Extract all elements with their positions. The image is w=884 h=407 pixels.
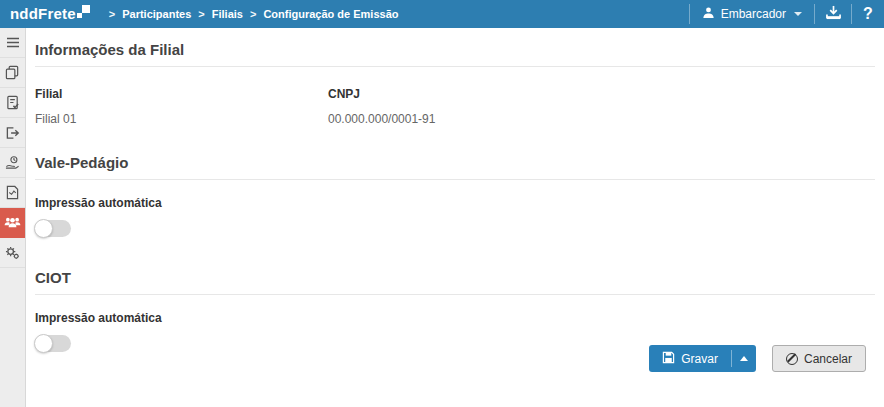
filial-fields: Filial Filial 01 CNPJ 00.000.000/0001-91	[35, 87, 875, 126]
field-value: Filial 01	[35, 112, 328, 126]
breadcrumb-item-configuracao-de-emissao[interactable]: Configuração de Emissão	[263, 8, 398, 20]
toggle-label: Impressão automática	[35, 196, 875, 210]
clipboard-check-icon	[6, 95, 20, 110]
field-label: CNPJ	[328, 87, 621, 101]
toggle-label: Impressão automática	[35, 311, 875, 325]
cancel-button[interactable]: Cancelar	[772, 345, 866, 372]
section-title: CIOT	[35, 269, 875, 295]
copy-icon	[5, 65, 20, 80]
ciot-impressao-automatica-toggle[interactable]	[35, 335, 71, 352]
help-button[interactable]: ?	[852, 0, 884, 28]
form-actions: Gravar Cancelar	[649, 345, 866, 372]
breadcrumb-item-participantes[interactable]: Participantes	[122, 8, 191, 20]
logo-text: nddFrete	[10, 4, 76, 24]
save-options-caret-button[interactable]	[732, 345, 756, 372]
section-title: Informações da Filial	[35, 41, 875, 67]
breadcrumb-separator-icon: >	[198, 8, 204, 20]
sidebar-item-exit[interactable]	[0, 118, 25, 148]
logo-mark-icon	[77, 5, 90, 18]
user-menu-label: Embarcador	[721, 7, 786, 21]
section-informacoes-da-filial: Informações da Filial Filial Filial 01 C…	[35, 41, 875, 126]
save-button-label: Gravar	[681, 352, 718, 366]
top-bar: nddFrete > Participantes > Filiais > Con…	[0, 0, 884, 28]
download-icon	[825, 5, 842, 24]
field-value: 00.000.000/0001-91	[328, 112, 621, 126]
field-filial: Filial Filial 01	[35, 87, 328, 126]
sidebar-item-documents[interactable]	[0, 58, 25, 88]
user-menu[interactable]: Embarcador	[690, 0, 814, 28]
participants-icon	[4, 216, 21, 229]
app-logo[interactable]: nddFrete	[10, 4, 90, 24]
cancel-button-label: Cancelar	[804, 352, 852, 366]
settings-gears-icon	[5, 246, 20, 260]
help-icon: ?	[863, 5, 873, 23]
sidebar	[0, 28, 26, 407]
sidebar-item-payments[interactable]	[0, 148, 25, 178]
menu-icon	[6, 37, 20, 48]
save-split-button: Gravar	[649, 345, 756, 372]
save-icon	[662, 351, 675, 367]
breadcrumb-item-filiais[interactable]: Filiais	[212, 8, 243, 20]
sidebar-item-settings[interactable]	[0, 238, 25, 268]
download-button[interactable]	[815, 0, 851, 28]
chevron-up-icon	[740, 356, 748, 361]
breadcrumb: > Participantes > Filiais > Configuração…	[102, 8, 399, 20]
sidebar-item-participants[interactable]	[0, 208, 25, 238]
hand-coin-icon	[5, 155, 20, 170]
sidebar-item-reports[interactable]	[0, 178, 25, 208]
sidebar-item-approvals[interactable]	[0, 88, 25, 118]
main-content: Informações da Filial Filial Filial 01 C…	[26, 28, 884, 407]
exit-icon	[5, 126, 20, 140]
breadcrumb-separator-icon: >	[109, 8, 115, 20]
section-title: Vale-Pedágio	[35, 154, 875, 180]
field-cnpj: CNPJ 00.000.000/0001-91	[328, 87, 621, 126]
cancel-icon	[786, 353, 798, 365]
chevron-down-icon	[794, 12, 802, 16]
section-vale-pedagio: Vale-Pedágio Impressão automática	[35, 154, 875, 237]
toggle-knob	[34, 334, 53, 353]
section-ciot: CIOT Impressão automática	[35, 269, 875, 352]
report-icon	[6, 185, 19, 200]
breadcrumb-separator-icon: >	[250, 8, 256, 20]
toggle-knob	[34, 219, 53, 238]
user-icon	[702, 6, 715, 22]
vale-pedagio-impressao-automatica-toggle[interactable]	[35, 220, 71, 237]
sidebar-menu-toggle[interactable]	[0, 28, 25, 58]
field-label: Filial	[35, 87, 328, 101]
topbar-right: Embarcador ?	[689, 0, 884, 28]
save-button[interactable]: Gravar	[649, 345, 731, 372]
